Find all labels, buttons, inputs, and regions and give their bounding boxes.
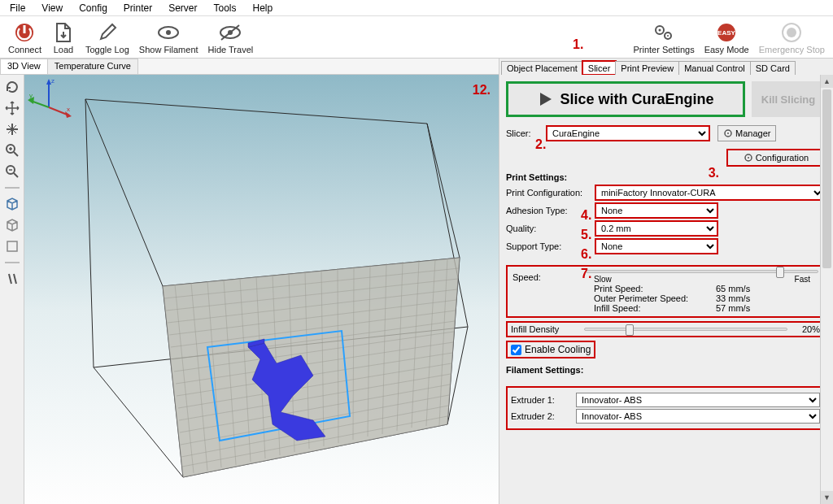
zoom-in-icon[interactable] [3, 141, 21, 159]
menu-help[interactable]: Help [245, 1, 281, 15]
svg-line-20 [14, 173, 18, 177]
slow-label: Slow [594, 275, 612, 284]
slice-button[interactable]: Slice with CuraEngine [506, 81, 745, 117]
scroll-down-icon[interactable]: ▼ [821, 491, 833, 504]
adhesion-label: Adhesion Type: [506, 206, 595, 215]
connect-button[interactable]: Connect [3, 19, 46, 56]
easy-mode-button[interactable]: EASY Easy Mode [700, 19, 754, 56]
svg-text:x: x [67, 106, 70, 113]
extruder1-select[interactable]: Innovator- ABS [576, 393, 820, 407]
load-button[interactable]: Load [46, 19, 81, 56]
menu-view[interactable]: View [33, 1, 71, 15]
tab-object-placement[interactable]: Object Placement [501, 61, 583, 75]
toolbar: Connect Load Toggle Log Show Filament Hi… [0, 16, 833, 59]
connect-label: Connect [8, 45, 41, 54]
zoom-out-icon[interactable] [3, 163, 21, 180]
parallel-icon[interactable] [3, 270, 21, 288]
hide-travel-button[interactable]: Hide Travel [203, 19, 259, 56]
quality-select[interactable]: 0.2 mm [595, 221, 717, 236]
scrollbar[interactable]: ▲ ▼ [820, 75, 833, 504]
tab-temperature-curve[interactable]: Temperature Curve [47, 59, 138, 74]
outer-perimeter-value: 33 mm/s [716, 293, 750, 303]
hide-travel-label: Hide Travel [208, 45, 254, 54]
svg-text:EASY: EASY [717, 29, 735, 37]
ortho-icon[interactable] [3, 216, 21, 234]
emergency-stop-label: Emergency Stop [759, 45, 825, 54]
printer-settings-label: Printer Settings [633, 45, 694, 54]
3d-viewport[interactable]: z x y 12. [24, 75, 499, 504]
svg-text:y: y [29, 92, 33, 99]
svg-marker-77 [540, 93, 552, 106]
menu-config[interactable]: Config [71, 1, 116, 15]
infill-slider[interactable] [584, 328, 787, 331]
easy-icon: EASY [714, 20, 739, 45]
left-tabs: 3D View Temperature Curve [0, 59, 499, 75]
play-icon [537, 91, 553, 107]
scroll-up-icon[interactable]: ▲ [821, 75, 833, 88]
scroll-thumb[interactable] [822, 89, 831, 268]
separator [5, 262, 20, 263]
infill-speed-label: Infill Speed: [594, 303, 716, 313]
menu-server[interactable]: Server [160, 1, 205, 15]
svg-point-10 [667, 35, 669, 37]
speed-label: Speed: [512, 272, 586, 282]
svg-line-23 [9, 274, 11, 284]
speed-slider[interactable] [586, 270, 818, 273]
support-select[interactable]: None [595, 239, 717, 254]
slice-button-label: Slice with CuraEngine [560, 91, 713, 108]
slicer-select[interactable]: CuraEngine [547, 126, 709, 141]
extruder2-select[interactable]: Innovator- ABS [576, 409, 820, 424]
slicer-panel: Slice with CuraEngine Kill Slicing Slice… [499, 75, 833, 504]
svg-line-29 [94, 367, 183, 477]
print-config-select[interactable]: miniFactory Innovator-CURA [595, 185, 825, 200]
kill-slicing-button[interactable]: Kill Slicing [752, 81, 825, 117]
svg-point-79 [727, 133, 729, 134]
svg-rect-22 [7, 241, 17, 251]
svg-point-14 [787, 28, 796, 37]
svg-line-24 [14, 274, 16, 284]
tab-print-preview[interactable]: Print Preview [615, 61, 679, 75]
svg-line-16 [14, 152, 18, 156]
enable-cooling-checkbox[interactable]: Enable Cooling [506, 341, 595, 358]
infill-speed-value: 57 mm/s [716, 303, 750, 313]
fast-label: Fast [795, 275, 810, 284]
view-toolbar [0, 75, 24, 504]
adhesion-select[interactable]: None [595, 203, 717, 218]
support-label: Support Type: [506, 241, 595, 251]
svg-rect-1 [24, 25, 26, 33]
tab-sd-card[interactable]: SD Card [750, 61, 796, 75]
emergency-stop-button[interactable]: Emergency Stop [754, 19, 830, 56]
manager-button[interactable]: Manager [717, 125, 776, 141]
configuration-button[interactable]: Configuration [727, 150, 825, 166]
gear-icon [744, 153, 753, 163]
move-icon[interactable] [3, 99, 21, 117]
print-speed-value: 65 mm/s [716, 284, 750, 293]
svg-line-27 [427, 124, 460, 258]
svg-line-26 [85, 99, 163, 286]
eye-icon [156, 20, 181, 45]
separator [5, 187, 20, 189]
easy-mode-label: Easy Mode [704, 45, 749, 54]
menu-tools[interactable]: Tools [206, 1, 245, 15]
infill-density-label: Infill Density [511, 324, 584, 334]
tab-manual-control[interactable]: Manual Control [678, 61, 751, 75]
move-axis-icon[interactable] [3, 120, 21, 138]
printer-settings-button[interactable]: Printer Settings [628, 19, 699, 56]
show-filament-label: Show Filament [139, 45, 198, 54]
load-label: Load [54, 45, 73, 54]
print-config-label: Print Configuration: [506, 188, 595, 198]
reset-view-icon[interactable] [3, 78, 21, 96]
perspective-icon[interactable] [3, 195, 21, 213]
toggle-log-button[interactable]: Toggle Log [81, 19, 134, 56]
menu-printer[interactable]: Printer [116, 1, 160, 15]
print-speed-label: Print Speed: [594, 284, 716, 293]
svg-point-3 [166, 30, 171, 35]
menu-file[interactable]: File [2, 1, 33, 15]
show-filament-button[interactable]: Show Filament [134, 19, 203, 56]
tab-3d-view[interactable]: 3D View [0, 59, 48, 74]
print-settings-title: Print Settings: [506, 172, 825, 182]
cooling-input[interactable] [511, 345, 521, 355]
wireframe-icon[interactable] [3, 237, 21, 255]
tab-slicer[interactable]: Slicer [582, 61, 617, 75]
svg-text:z: z [51, 77, 55, 85]
